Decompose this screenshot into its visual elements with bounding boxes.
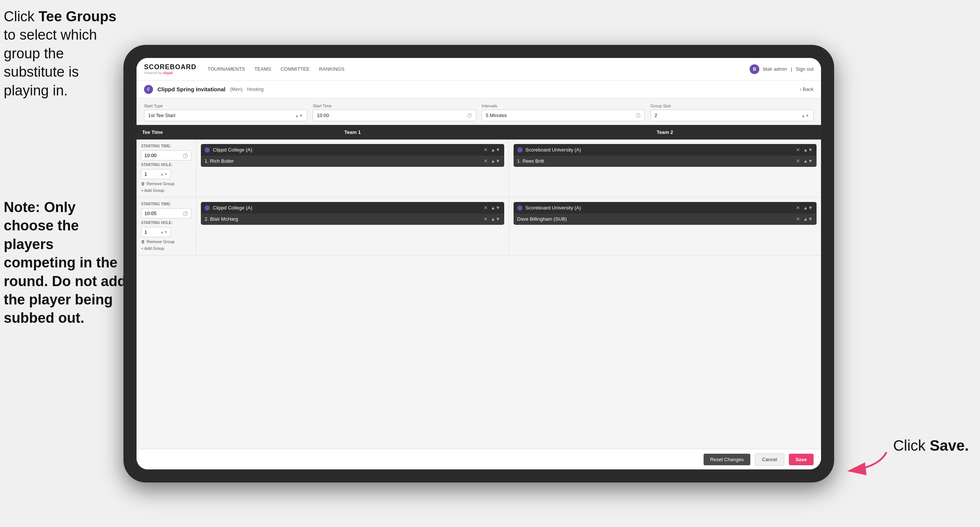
player-row-2-2: Dave Billingham (SUB) ✕ ▲▼	[514, 213, 817, 224]
nav-teams[interactable]: TEAMS	[255, 64, 271, 74]
team1-chevron-2[interactable]: ▲▼	[491, 205, 501, 210]
player-2-2: Dave Billingham (SUB)	[517, 216, 793, 222]
nav-separator: |	[791, 66, 792, 72]
team1-dot-2	[205, 205, 210, 210]
remove-group-btn-2[interactable]: 🗑 Remove Group	[141, 239, 191, 244]
group-size-input[interactable]: 2 ▲▼	[651, 110, 813, 121]
player-1-1: 1. Rich Butler	[205, 158, 480, 164]
tee-time-input-1[interactable]: 10:00 🕐	[141, 150, 191, 161]
start-type-input[interactable]: 1st Tee Start ▲▼	[144, 110, 307, 121]
save-button[interactable]: Save	[789, 454, 813, 465]
intervals-group: Intervals 5 Minutes 🕐	[482, 103, 645, 121]
form-row: Start Type 1st Tee Start ▲▼ Start Time 1…	[137, 99, 821, 125]
back-button[interactable]: ‹ Back	[800, 86, 813, 92]
team1-remove-2[interactable]: ✕	[484, 205, 488, 210]
col-team2: Team 2	[509, 125, 821, 140]
team2-remove-2[interactable]: ✕	[796, 205, 800, 210]
team2-header-1: Scoreboard University (A) ✕ ▲▼	[514, 144, 817, 156]
player-1-2-actions: ✕ ▲▼	[484, 216, 501, 222]
add-group-btn-1[interactable]: + Add Group	[141, 188, 191, 193]
nav-rankings[interactable]: RANKINGS	[319, 64, 345, 74]
player-2-2-actions: ✕ ▲▼	[796, 216, 813, 222]
col-team1: Team 1	[196, 125, 509, 140]
user-avatar: B	[749, 64, 759, 74]
time-clock-2: 🕐	[183, 211, 188, 216]
start-time-input[interactable]: 10:00 🕐	[313, 110, 476, 121]
team2-dot-2	[517, 205, 523, 210]
team2-chevron-2[interactable]: ▲▼	[803, 205, 813, 210]
start-type-group: Start Type 1st Tee Start ▲▼	[144, 103, 307, 121]
teams-area-1: Clippd College (A) ✕ ▲▼ 1. Rich Butler ✕	[196, 140, 821, 197]
start-time-clock: 🕐	[467, 113, 472, 118]
remove-group-btn-1[interactable]: 🗑 Remove Group	[141, 182, 191, 186]
intervals-input[interactable]: 5 Minutes 🕐	[482, 110, 645, 121]
start-type-chevron: ▲▼	[295, 113, 303, 118]
team2-actions-1: ✕ ▲▼	[796, 147, 813, 153]
click-save-label: Click Save.	[893, 437, 969, 454]
sub-header: C Clippd Spring Invitational (Men) Hosti…	[137, 80, 821, 99]
sign-out[interactable]: Sign out	[795, 64, 813, 74]
tee-row-1: STARTING TIME: 10:00 🕐 STARTING HOLE: 1 …	[137, 140, 821, 197]
team1-actions-1: ✕ ▲▼	[484, 147, 501, 153]
logo-scoreboard: SCOREBOARD	[144, 63, 196, 71]
instruction-bottom: Note: Only choose the players competing …	[4, 198, 127, 328]
player-2-1-chevron[interactable]: ▲▼	[803, 158, 813, 164]
start-time-group: Start Time 10:00 🕐	[313, 103, 476, 121]
nav-right: B blair admin | Sign out	[749, 64, 813, 74]
group-size-chevron: ▲▼	[801, 113, 810, 118]
add-group-btn-2[interactable]: + Add Group	[141, 246, 191, 251]
team1-dot-1	[205, 147, 210, 153]
tournament-title: Clippd Spring Invitational	[158, 86, 226, 92]
team1-col-2: Clippd College (A) ✕ ▲▼ 2. Blair McHarg …	[196, 197, 509, 255]
group-size-group: Group Size 2 ▲▼	[651, 103, 813, 121]
starting-hole-input-2[interactable]: 1 ▲▼	[141, 227, 171, 237]
tee-groups-bold: Tee Groups	[38, 9, 116, 24]
group-size-label: Group Size	[651, 103, 813, 108]
logo-powered: Powered by clippd	[144, 71, 196, 75]
starting-hole-label-1: STARTING HOLE:	[141, 163, 191, 167]
player-2-2-remove[interactable]: ✕	[796, 216, 800, 222]
nav-committee[interactable]: COMMITTEE	[280, 64, 310, 74]
reset-changes-button[interactable]: Reset Changes	[703, 454, 751, 465]
hole-chevron-1: ▲▼	[160, 172, 167, 176]
player-2-1: 1. Rees Britt	[517, 158, 793, 164]
tablet-screen: SCOREBOARD Powered by clippd TOURNAMENTS…	[137, 58, 821, 470]
tee-side-2: STARTING TIME: 10:05 🕐 STARTING HOLE: 1 …	[137, 197, 196, 255]
hosting-badge: Hosting	[247, 86, 264, 92]
player-2-1-remove[interactable]: ✕	[796, 158, 800, 164]
sub-avatar: C	[144, 85, 153, 94]
intervals-label: Intervals	[482, 103, 645, 108]
teams-area-2: Clippd College (A) ✕ ▲▼ 2. Blair McHarg …	[196, 197, 821, 255]
team2-actions-2: ✕ ▲▼	[796, 205, 813, 210]
team2-chevron-1[interactable]: ▲▼	[803, 147, 813, 153]
team2-remove-1[interactable]: ✕	[796, 147, 800, 153]
player-2-1-actions: ✕ ▲▼	[796, 158, 813, 164]
nav-tournaments[interactable]: TOURNAMENTS	[208, 64, 245, 74]
start-time-label: Start Time	[313, 103, 476, 108]
team2-dot-1	[517, 147, 523, 153]
team1-remove-1[interactable]: ✕	[484, 147, 488, 153]
player-1-1-remove[interactable]: ✕	[484, 158, 488, 164]
player-1-2-remove[interactable]: ✕	[484, 216, 488, 222]
player-1-1-chevron[interactable]: ▲▼	[491, 158, 501, 164]
col-tee-time: Tee Time	[137, 125, 196, 140]
team1-actions-2: ✕ ▲▼	[484, 205, 501, 210]
tee-row-2: STARTING TIME: 10:05 🕐 STARTING HOLE: 1 …	[137, 197, 821, 255]
team1-card-1: Clippd College (A) ✕ ▲▼ 1. Rich Butler ✕	[201, 144, 504, 167]
save-bold: Save.	[929, 437, 969, 454]
team1-chevron-1[interactable]: ▲▼	[491, 147, 501, 153]
team2-header-2: Scoreboard University (A) ✕ ▲▼	[514, 202, 817, 213]
gender-label: (Men)	[230, 86, 243, 92]
team1-header-1: Clippd College (A) ✕ ▲▼	[201, 144, 504, 156]
team1-card-2: Clippd College (A) ✕ ▲▼ 2. Blair McHarg …	[201, 202, 504, 225]
instruction-top: Click Tee Groups to select which group t…	[4, 8, 120, 100]
player-2-2-chevron[interactable]: ▲▼	[803, 216, 813, 222]
starting-hole-input-1[interactable]: 1 ▲▼	[141, 169, 171, 179]
player-1-2-chevron[interactable]: ▲▼	[491, 216, 501, 222]
tee-time-input-2[interactable]: 10:05 🕐	[141, 209, 191, 218]
user-name: blair admin	[763, 66, 787, 72]
cancel-button[interactable]: Cancel	[755, 453, 784, 466]
starting-time-label-1: STARTING TIME:	[141, 144, 191, 148]
player-1-1-actions: ✕ ▲▼	[484, 158, 501, 164]
footer: Reset Changes Cancel Save	[137, 449, 821, 470]
